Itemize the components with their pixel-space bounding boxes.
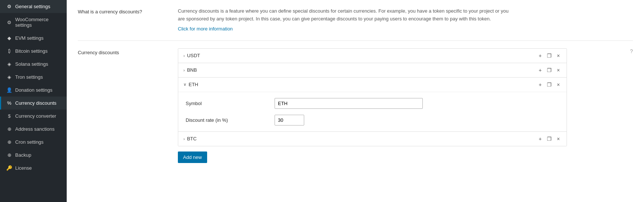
woocommerce-settings-icon: ⚙ [6,20,12,25]
description-text: Currency discounts is a feature where yo… [178,7,511,23]
sidebar-item-license[interactable]: 🔑 License [0,162,67,175]
accordion-title-usdt: › USDT [183,53,200,58]
sidebar-item-label: Address sanctions [15,126,54,132]
sidebar-item-label: Solana settings [15,61,48,67]
accordion-label-eth: ETH [189,82,198,87]
label-discount_rate: Discount rate (in %) [186,117,267,123]
sidebar-item-label: License [15,165,32,171]
close-bnb-button[interactable]: × [555,67,561,74]
accordion-content: ? › USDT + ❐ × › BNB + ❐ × [178,48,633,163]
copy-eth-button[interactable]: ❐ [545,81,553,88]
add-new-button[interactable]: Add new [178,152,207,163]
donation-settings-icon: 👤 [6,87,12,93]
sidebar-item-solana-settings[interactable]: ◈ Solana settings [0,58,67,71]
sidebar-item-label: WooCommerce settings [15,17,62,28]
sidebar-item-currency-discounts[interactable]: % Currency discounts [0,97,67,110]
add-bnb-button[interactable]: + [537,67,543,74]
general-settings-icon: ⚙ [6,4,12,9]
sidebar: ⚙ General settings ⚙ WooCommerce setting… [0,0,67,202]
sidebar-item-label: Donation settings [15,87,52,93]
sidebar-item-evm-settings[interactable]: ◆ EVM settings [0,32,67,45]
add-btc-button[interactable]: + [537,136,543,142]
accordion-title-eth: ∨ ETH [183,82,198,87]
address-sanctions-icon: ⊕ [6,126,12,132]
sidebar-item-label: EVM settings [15,35,44,41]
accordion-title-btc: › BTC [183,136,197,141]
accordion-header-usdt[interactable]: › USDT + ❐ × [178,49,567,63]
form-row-symbol: Symbol [186,98,559,109]
sidebar-item-general-settings[interactable]: ⚙ General settings [0,0,67,13]
accordion-item-eth: ∨ ETH + ❐ × Symbol Discount rate (in %) [178,78,567,132]
sidebar-item-woocommerce-settings[interactable]: ⚙ WooCommerce settings [0,13,67,32]
copy-bnb-button[interactable]: ❐ [545,67,553,74]
backup-icon: ⊕ [6,152,12,158]
accordion-actions-usdt: + ❐ × [537,52,561,59]
add-usdt-button[interactable]: + [537,52,543,59]
copy-usdt-button[interactable]: ❐ [545,52,553,59]
accordion-container: › USDT + ❐ × › BNB + ❐ × ∨ ETH [178,48,567,146]
question-label: What is a currency discounts? [78,7,170,14]
sidebar-item-label: Backup [15,152,31,158]
copy-btc-button[interactable]: ❐ [545,136,553,142]
accordion-label-bnb: BNB [187,67,197,73]
label-symbol: Symbol [186,101,267,106]
accordion-actions-eth: + ❐ × [537,81,561,88]
accordion-item-btc: › BTC + ❐ × [178,132,567,146]
sidebar-item-label: Currency converter [15,113,56,119]
sidebar-item-cron-settings[interactable]: ⊕ Cron settings [0,136,67,149]
tron-settings-icon: ◈ [6,74,12,80]
help-icon[interactable]: ? [630,48,633,54]
chevron-eth-icon: ∨ [183,82,186,87]
sidebar-item-label: Bitcoin settings [15,48,47,54]
section-label: Currency discounts [78,48,170,55]
accordion-actions-bnb: + ❐ × [537,67,561,74]
evm-settings-icon: ◆ [6,35,12,41]
section-divider [78,40,633,41]
input-discount_rate[interactable] [275,115,304,126]
currency-discounts-section: Currency discounts ? › USDT + ❐ × › BNB [78,48,633,163]
sidebar-item-label: Tron settings [15,74,43,80]
sidebar-item-tron-settings[interactable]: ◈ Tron settings [0,71,67,84]
solana-settings-icon: ◈ [6,61,12,67]
accordion-actions-btc: + ❐ × [537,136,561,142]
sidebar-item-label: Currency discounts [15,100,56,106]
sidebar-item-label: Cron settings [15,139,44,145]
chevron-usdt-icon: › [183,53,185,58]
license-icon: 🔑 [6,165,12,171]
sidebar-item-donation-settings[interactable]: 👤 Donation settings [0,84,67,97]
form-row-discount_rate: Discount rate (in %) [186,115,559,126]
info-link[interactable]: Click for more information [178,26,233,32]
main-content: What is a currency discounts? Currency d… [67,0,644,202]
input-symbol[interactable] [275,98,423,109]
accordion-header-eth[interactable]: ∨ ETH + ❐ × [178,78,567,92]
accordion-title-bnb: › BNB [183,67,197,73]
description-content: Currency discounts is a feature where yo… [178,7,633,32]
accordion-item-bnb: › BNB + ❐ × [178,63,567,78]
bitcoin-settings-icon: ₿ [6,48,12,54]
sidebar-item-bitcoin-settings[interactable]: ₿ Bitcoin settings [0,45,67,58]
sidebar-item-backup[interactable]: ⊕ Backup [0,149,67,162]
accordion-label-btc: BTC [187,136,197,141]
accordion-header-bnb[interactable]: › BNB + ❐ × [178,63,567,77]
sidebar-item-label: General settings [15,4,50,9]
add-eth-button[interactable]: + [537,81,543,88]
accordion-item-usdt: › USDT + ❐ × [178,49,567,63]
accordion-header-btc[interactable]: › BTC + ❐ × [178,132,567,146]
cron-settings-icon: ⊕ [6,139,12,145]
currency-converter-icon: $ [6,113,12,119]
description-section: What is a currency discounts? Currency d… [78,7,633,32]
close-usdt-button[interactable]: × [555,52,561,59]
currency-discounts-icon: % [6,100,12,106]
chevron-bnb-icon: › [183,68,185,72]
sidebar-item-currency-converter[interactable]: $ Currency converter [0,110,67,123]
close-eth-button[interactable]: × [555,81,561,88]
chevron-btc-icon: › [183,137,185,141]
close-btc-button[interactable]: × [555,136,561,142]
accordion-label-usdt: USDT [187,53,200,58]
sidebar-item-address-sanctions[interactable]: ⊕ Address sanctions [0,123,67,136]
accordion-body-eth: Symbol Discount rate (in %) [178,92,567,131]
